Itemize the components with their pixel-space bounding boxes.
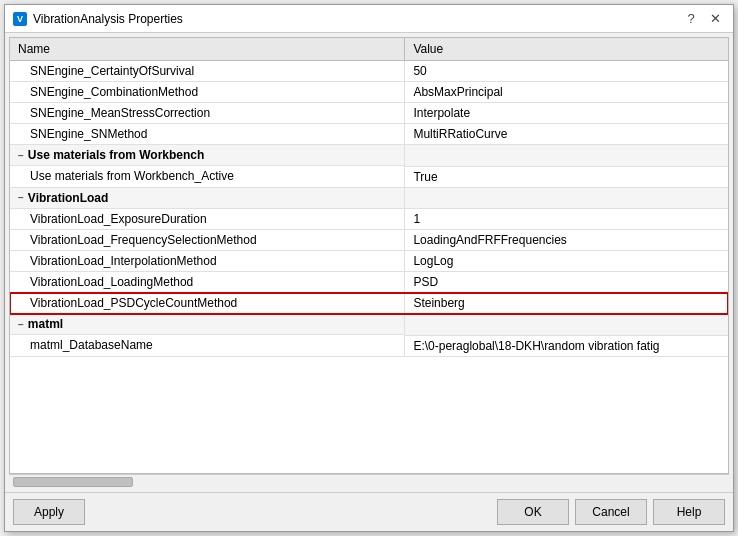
footer-right: OK Cancel Help: [497, 499, 725, 525]
property-value-cell[interactable]: Steinberg: [405, 293, 728, 314]
section-cell-name: − matml: [10, 314, 405, 335]
property-value-cell[interactable]: MultiRRatioCurve: [405, 124, 728, 145]
table-row[interactable]: − Use materials from Workbench: [10, 145, 728, 167]
properties-table-container[interactable]: Name Value SNEngine_CertaintyOfSurvival5…: [9, 37, 729, 474]
dialog-title: VibrationAnalysis Properties: [33, 12, 183, 26]
table-row[interactable]: SNEngine_SNMethodMultiRRatioCurve: [10, 124, 728, 145]
h-scroll-thumb[interactable]: [13, 477, 133, 487]
table-row[interactable]: VibrationLoad_FrequencySelectionMethodLo…: [10, 230, 728, 251]
properties-table: Name Value SNEngine_CertaintyOfSurvival5…: [10, 38, 728, 357]
property-name-cell: VibrationLoad_InterpolationMethod: [10, 251, 405, 272]
property-value-cell[interactable]: AbsMaxPrincipal: [405, 82, 728, 103]
section-cell-name: − Use materials from Workbench: [10, 145, 405, 166]
property-name-cell: SNEngine_MeanStressCorrection: [10, 103, 405, 124]
property-value-cell[interactable]: PSD: [405, 272, 728, 293]
section-cell-value: [405, 145, 728, 167]
footer-left: Apply: [13, 499, 85, 525]
property-value-cell[interactable]: True: [405, 166, 728, 187]
property-value-cell[interactable]: 50: [405, 61, 728, 82]
help-button[interactable]: ?: [681, 9, 701, 29]
cancel-button[interactable]: Cancel: [575, 499, 647, 525]
property-name-cell: VibrationLoad_ExposureDuration: [10, 209, 405, 230]
property-name-cell: SNEngine_CombinationMethod: [10, 82, 405, 103]
table-row[interactable]: SNEngine_CombinationMethodAbsMaxPrincipa…: [10, 82, 728, 103]
table-row[interactable]: VibrationLoad_ExposureDuration1: [10, 209, 728, 230]
table-row[interactable]: matml_DatabaseNameE:\0-peraglobal\18-DKH…: [10, 335, 728, 356]
title-bar-left: V VibrationAnalysis Properties: [13, 12, 183, 26]
table-row[interactable]: Use materials from Workbench_ActiveTrue: [10, 166, 728, 187]
property-value-cell[interactable]: Interpolate: [405, 103, 728, 124]
horizontal-scrollbar[interactable]: [9, 474, 729, 488]
dialog: V VibrationAnalysis Properties ? ✕ Name …: [4, 4, 734, 532]
col-header-value: Value: [405, 38, 728, 61]
property-value-cell[interactable]: LoadingAndFRFFrequencies: [405, 230, 728, 251]
property-name-cell: VibrationLoad_LoadingMethod: [10, 272, 405, 293]
property-name-cell: Use materials from Workbench_Active: [10, 166, 405, 187]
section-cell-name: − VibrationLoad: [10, 188, 405, 209]
table-row[interactable]: SNEngine_CertaintyOfSurvival50: [10, 61, 728, 82]
property-value-cell[interactable]: 1: [405, 209, 728, 230]
ok-button[interactable]: OK: [497, 499, 569, 525]
property-name-cell: matml_DatabaseName: [10, 335, 405, 356]
property-value-cell[interactable]: LogLog: [405, 251, 728, 272]
content-area: Name Value SNEngine_CertaintyOfSurvival5…: [5, 33, 733, 492]
app-icon: V: [13, 12, 27, 26]
property-name-cell: VibrationLoad_FrequencySelectionMethod: [10, 230, 405, 251]
section-cell-value: [405, 314, 728, 336]
expand-icon[interactable]: −: [18, 319, 24, 330]
footer: Apply OK Cancel Help: [5, 492, 733, 531]
property-name-cell: VibrationLoad_PSDCycleCountMethod: [10, 293, 405, 314]
table-row[interactable]: VibrationLoad_LoadingMethodPSD: [10, 272, 728, 293]
expand-icon[interactable]: −: [18, 192, 24, 203]
apply-button[interactable]: Apply: [13, 499, 85, 525]
expand-icon[interactable]: −: [18, 150, 24, 161]
section-cell-value: [405, 187, 728, 209]
table-row[interactable]: − matml: [10, 314, 728, 336]
table-row[interactable]: SNEngine_MeanStressCorrectionInterpolate: [10, 103, 728, 124]
close-button[interactable]: ✕: [705, 9, 725, 29]
title-bar-right: ? ✕: [681, 9, 725, 29]
title-bar: V VibrationAnalysis Properties ? ✕: [5, 5, 733, 33]
help-footer-button[interactable]: Help: [653, 499, 725, 525]
table-row[interactable]: VibrationLoad_PSDCycleCountMethodSteinbe…: [10, 293, 728, 314]
property-name-cell: SNEngine_SNMethod: [10, 124, 405, 145]
property-name-cell: SNEngine_CertaintyOfSurvival: [10, 61, 405, 82]
property-value-cell[interactable]: E:\0-peraglobal\18-DKH\random vibration …: [405, 335, 728, 356]
table-row[interactable]: VibrationLoad_InterpolationMethodLogLog: [10, 251, 728, 272]
table-row[interactable]: − VibrationLoad: [10, 187, 728, 209]
col-header-name: Name: [10, 38, 405, 61]
